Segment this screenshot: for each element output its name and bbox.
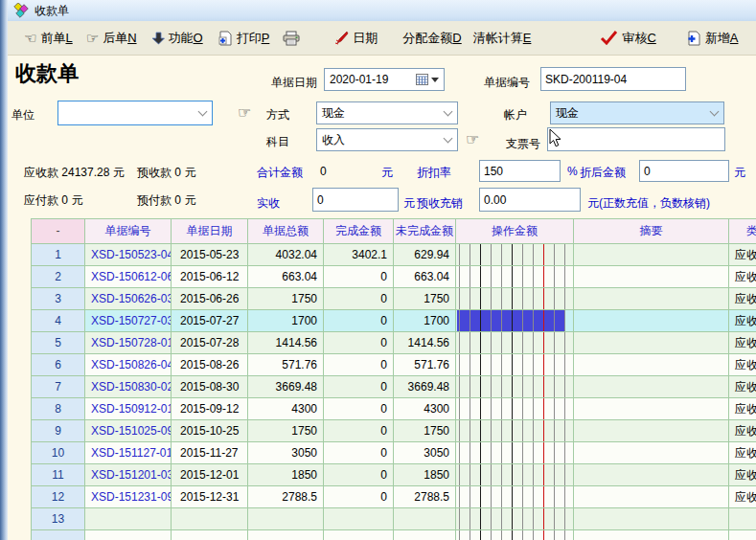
amount-ruled-line [554, 266, 555, 287]
table-row[interactable]: 2 XSD-150612-06 2015-06-12 663.04 0 663.… [32, 266, 756, 288]
table-row[interactable]: 13 [32, 508, 756, 530]
amount-ruled-line [480, 486, 481, 507]
cell-doc-no[interactable]: XSD-150612-06 [85, 266, 172, 288]
table-row[interactable]: 5 XSD-150728-01 2015-07-28 1414.56 0 141… [32, 332, 756, 354]
cell-op-amount[interactable] [456, 508, 574, 530]
calendar-dropdown-button[interactable] [411, 74, 444, 85]
amount-ruled-line [564, 508, 565, 529]
subject-select[interactable]: 收入 [316, 128, 458, 151]
amount-ruled-line [522, 486, 523, 507]
cell-type: 应收 [729, 288, 756, 310]
discounted-amount-unit: 元 [734, 165, 745, 181]
prev-doc-button[interactable]: ☜ 前单L [21, 28, 76, 49]
pre-receive-summary: 预收款 0 元 [137, 165, 195, 181]
table-row[interactable]: 3 XSD-150626-03 2015-06-26 1750 0 1750 应… [32, 288, 756, 310]
cell-doc-no[interactable]: XSD-150523-04 [85, 244, 172, 266]
cell-op-amount[interactable] [456, 310, 574, 332]
method-value: 现金 [322, 105, 345, 122]
red-pen-icon [334, 31, 349, 45]
chevron-down-icon [443, 106, 452, 116]
amount-ruled-line [543, 464, 544, 485]
table-row[interactable]: 7 XSD-150830-02 2015-08-30 3669.48 0 366… [32, 376, 756, 398]
amount-ruled-line [491, 486, 492, 507]
add-new-hotkey: A [730, 31, 739, 45]
discount-rate-input[interactable] [479, 160, 561, 182]
cell-type: 应收 [729, 420, 756, 442]
cell-op-amount[interactable] [456, 244, 574, 266]
doc-date-picker[interactable]: 2020-01-19 [324, 68, 445, 91]
amount-ruled-line [470, 442, 470, 463]
cell-doc-no[interactable]: XSD-150727-03 [85, 310, 172, 332]
cell-op-amount[interactable] [456, 464, 574, 486]
allocate-amount-hotkey: D [452, 31, 461, 45]
pre-offset-input[interactable] [479, 188, 581, 212]
table-row[interactable]: 10 XSD-151127-01 2015-11-27 3050 0 3050 … [32, 442, 756, 464]
table-row[interactable]: 11 XSD-151201-03 2015-12-01 1850 0 1850 … [32, 464, 756, 486]
cell-doc-no[interactable]: XSD-150830-02 [85, 376, 172, 398]
cell-op-amount[interactable] [456, 420, 574, 442]
cheque-no-input[interactable] [547, 127, 725, 151]
cell-doc-total: 1750 [248, 288, 324, 310]
amount-ruled-line [491, 464, 492, 485]
cell-undone-amount [394, 530, 456, 540]
table-row[interactable]: 12 XSD-151231-09 2015-12-31 2788.5 0 278… [32, 486, 756, 508]
discounted-amount-input[interactable] [639, 160, 729, 182]
method-select[interactable]: 现金 [316, 101, 458, 124]
table-row[interactable]: 1 XSD-150523-04 2015-05-23 4032.04 3402.… [32, 244, 756, 266]
cell-undone-amount: 3050 [394, 442, 456, 464]
unit-select[interactable] [57, 101, 213, 125]
amount-ruled-line [512, 398, 513, 419]
printer-button[interactable] [280, 29, 307, 48]
table-row[interactable]: 4 XSD-150727-03 2015-07-27 1700 0 1700 应… [32, 310, 756, 332]
doc-no-input[interactable] [540, 67, 686, 91]
cell-undone-amount: 1850 [394, 464, 456, 486]
cell-doc-no[interactable]: XSD-151127-01 [85, 442, 172, 464]
row-number: 11 [32, 464, 85, 486]
allocate-amount-button[interactable]: 分配金额D [400, 28, 464, 49]
cell-op-amount[interactable] [456, 442, 574, 464]
cell-op-amount[interactable] [456, 266, 574, 288]
cell-doc-no[interactable]: XSD-151025-09 [85, 420, 172, 442]
table-row[interactable] [32, 530, 756, 540]
amount-ruled-line [480, 530, 481, 540]
cell-op-amount[interactable] [456, 332, 574, 354]
received-unit: 元 [403, 195, 415, 212]
cell-doc-no[interactable]: XSD-151231-09 [85, 486, 172, 508]
cell-doc-no[interactable]: XSD-150626-03 [85, 288, 172, 310]
cell-op-amount[interactable] [456, 354, 574, 376]
cell-op-amount[interactable] [456, 530, 574, 540]
cell-op-amount[interactable] [456, 288, 574, 310]
selected-amount-cell[interactable] [457, 310, 564, 331]
clear-calc-button[interactable]: 清帐计算E [470, 28, 535, 49]
cell-memo [574, 530, 729, 540]
cell-op-amount[interactable] [456, 398, 574, 420]
cell-memo [574, 420, 729, 442]
table-row[interactable]: 9 XSD-151025-09 2015-10-25 1750 0 1750 应… [32, 420, 756, 442]
add-new-button[interactable]: 新增A [684, 28, 742, 49]
functions-button[interactable]: 功能O [149, 28, 206, 49]
audit-button[interactable]: 审核C [597, 28, 658, 49]
cell-op-amount[interactable] [456, 376, 574, 398]
cell-doc-no[interactable] [85, 530, 172, 540]
cell-doc-no[interactable]: XSD-150728-01 [85, 332, 172, 354]
print-button[interactable]: 打印P [216, 28, 273, 49]
amount-ruled-line [501, 266, 502, 287]
table-row[interactable]: 8 XSD-150912-01 2015-09-12 4300 0 4300 应… [32, 398, 756, 420]
amount-ruled-line [512, 354, 513, 375]
cell-doc-no[interactable]: XSD-150912-01 [85, 398, 172, 420]
amount-ruled-line [480, 332, 481, 353]
row-number: 1 [32, 244, 85, 266]
amount-ruled-line [459, 244, 460, 265]
cell-doc-no[interactable]: XSD-150826-04 [85, 354, 172, 376]
cell-op-amount[interactable] [456, 486, 574, 508]
cell-doc-total: 4300 [248, 398, 324, 420]
received-input[interactable] [312, 188, 399, 212]
table-row[interactable]: 6 XSD-150826-04 2015-08-26 571.76 0 571.… [32, 354, 756, 376]
cell-doc-no[interactable] [85, 508, 172, 530]
cell-doc-no[interactable]: XSD-151201-03 [85, 464, 172, 486]
account-select[interactable]: 现金 [550, 101, 724, 124]
date-button[interactable]: 日期 [332, 28, 380, 49]
cell-doc-total: 1750 [248, 420, 324, 442]
next-doc-button[interactable]: ☞ 后单N [83, 28, 140, 49]
cell-doc-total: 663.04 [248, 266, 324, 288]
